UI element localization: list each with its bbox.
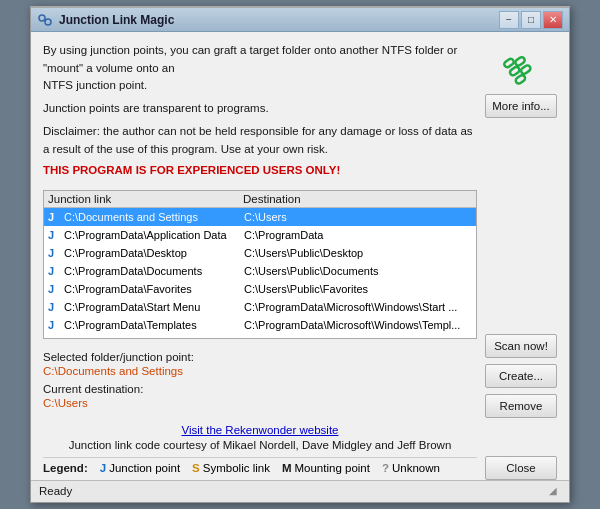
legend-text-j: Junction point — [109, 462, 180, 474]
row-marker: J — [48, 211, 64, 223]
link-area: Visit the Rekenwonder website — [43, 423, 477, 437]
title-bar: Junction Link Magic − □ ✕ — [31, 8, 569, 32]
svg-point-1 — [45, 19, 51, 25]
content-area: By using junction points, you can graft … — [31, 32, 569, 480]
row-junction: C:\ProgramData\Documents — [64, 265, 244, 277]
status-bar: Ready ◢ — [31, 480, 569, 502]
row-marker: J — [48, 283, 64, 295]
main-section: Junction link Destination J C:\Documents… — [43, 190, 557, 480]
svg-rect-5 — [515, 74, 527, 85]
row-dest: C:\ProgramData — [244, 229, 472, 241]
table-header: Junction link Destination — [44, 191, 476, 208]
table-row[interactable]: J C:\Documents and Settings C:\Users — [44, 208, 476, 226]
legend-marker-j: J — [100, 462, 106, 474]
table-row[interactable]: J C:\ProgramData\Templates C:\ProgramDat… — [44, 316, 476, 334]
row-marker: J — [48, 229, 64, 241]
info-text-1: By using junction points, you can graft … — [43, 42, 477, 94]
legend-marker-q: ? — [382, 462, 389, 474]
legend-marker-m: M — [282, 462, 292, 474]
legend-text-m: Mounting point — [294, 462, 369, 474]
svg-rect-7 — [520, 64, 532, 75]
scan-button[interactable]: Scan now! — [485, 334, 557, 358]
row-marker: J — [48, 319, 64, 331]
row-marker: J — [48, 247, 64, 259]
left-panel: Junction link Destination J C:\Documents… — [43, 190, 477, 480]
minimize-button[interactable]: − — [499, 11, 519, 29]
svg-point-0 — [39, 15, 45, 21]
svg-rect-6 — [514, 56, 526, 67]
maximize-button[interactable]: □ — [521, 11, 541, 29]
row-dest: C:\ProgramData\Microsoft\Windows\Start .… — [244, 301, 472, 313]
row-junction: C:\ProgramData\Favorites — [64, 283, 244, 295]
main-window: Junction Link Magic − □ ✕ By using junct… — [30, 6, 570, 503]
table-body[interactable]: J C:\Documents and Settings C:\Users J C… — [44, 208, 476, 338]
table-row[interactable]: J C:\ProgramData\Application Data C:\Pro… — [44, 226, 476, 244]
legend-item-s: S Symbolic link — [192, 462, 270, 474]
app-icon — [37, 12, 53, 28]
current-dest-label: Current destination: — [43, 383, 477, 395]
create-button[interactable]: Create... — [485, 364, 557, 388]
right-panel: Scan now! Create... Remove Close — [485, 190, 557, 480]
svg-rect-3 — [503, 58, 515, 69]
table-row[interactable]: J C:\ProgramData\Start Menu C:\ProgramDa… — [44, 298, 476, 316]
info-text-transparent: Junction points are transparent to progr… — [43, 100, 477, 117]
row-dest: C:\Users — [244, 211, 472, 223]
legend-item-unknown: ? Unknown — [382, 462, 440, 474]
close-button[interactable]: Close — [485, 456, 557, 480]
legend-marker-s: S — [192, 462, 200, 474]
row-junction: C:\ProgramData\Start Menu — [64, 301, 244, 313]
remove-button[interactable]: Remove — [485, 394, 557, 418]
legend-item-j: J Junction point — [100, 462, 180, 474]
current-dest-value: C:\Users — [43, 397, 477, 409]
col-junction-header: Junction link — [48, 193, 243, 205]
table-row[interactable]: J C:\ProgramData\Desktop C:\Users\Public… — [44, 244, 476, 262]
row-marker: J — [48, 265, 64, 277]
window-title: Junction Link Magic — [59, 13, 497, 27]
disclaimer-text: Disclaimer: the author can not be held r… — [43, 125, 473, 154]
row-dest: C:\Users\Public\Favorites — [244, 283, 472, 295]
status-text: Ready — [39, 485, 72, 497]
row-junction: C:\ProgramData\Desktop — [64, 247, 244, 259]
table-row[interactable]: J C:\ProgramData\Documents C:\Users\Publ… — [44, 262, 476, 280]
selected-folder-section: Selected folder/junction point: C:\Docum… — [43, 347, 477, 417]
svg-rect-4 — [509, 66, 521, 77]
website-link[interactable]: Visit the Rekenwonder website — [181, 424, 338, 436]
warning-text: THIS PROGRAM IS FOR EXPERIENCED USERS ON… — [43, 164, 477, 176]
legend-text-s: Symbolic link — [203, 462, 270, 474]
legend-area: Legend: J Junction point S Symbolic link… — [43, 457, 477, 480]
row-dest: C:\Users\Public\Documents — [244, 265, 472, 277]
legend-label: Legend: — [43, 462, 88, 474]
window-close-button[interactable]: ✕ — [543, 11, 563, 29]
table-row[interactable]: J C:\ProgramData\Favorites C:\Users\Publ… — [44, 280, 476, 298]
row-marker: J — [48, 301, 64, 313]
row-dest: C:\Users\Public\Desktop — [244, 247, 472, 259]
selected-folder-value: C:\Documents and Settings — [43, 365, 477, 377]
more-info-button[interactable]: More info... — [485, 94, 557, 118]
row-dest: C:\ProgramData\Microsoft\Windows\Templ..… — [244, 319, 472, 331]
legend-text-q: Unknown — [392, 462, 440, 474]
resize-grip: ◢ — [549, 485, 561, 497]
selected-folder-label: Selected folder/junction point: — [43, 351, 477, 363]
col-dest-header: Destination — [243, 193, 472, 205]
junction-table: Junction link Destination J C:\Documents… — [43, 190, 477, 339]
row-junction: C:\ProgramData\Templates — [64, 319, 244, 331]
legend-item-m: M Mounting point — [282, 462, 370, 474]
credits-text: Junction link code courtesy of Mikael No… — [43, 439, 477, 451]
row-junction: C:\Documents and Settings — [64, 211, 244, 223]
row-junction: C:\ProgramData\Application Data — [64, 229, 244, 241]
chain-icon — [499, 46, 543, 90]
